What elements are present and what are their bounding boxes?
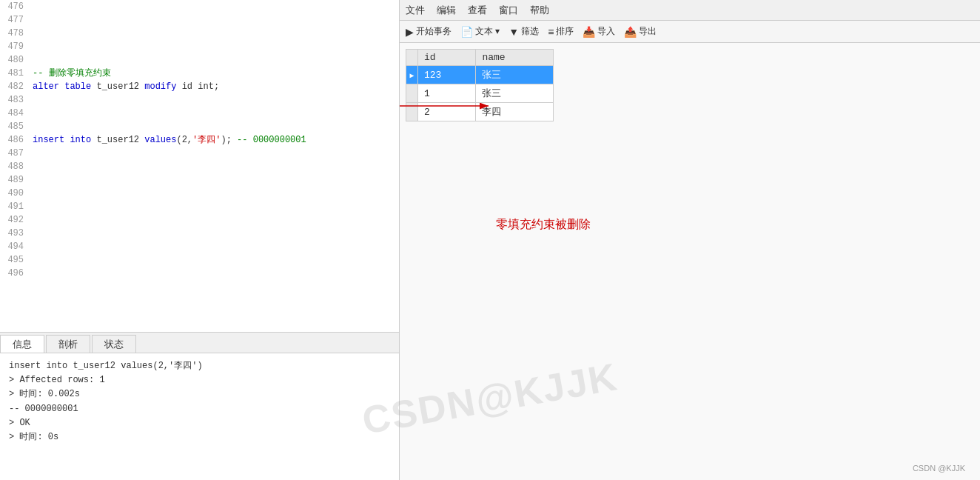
menu-item-帮助[interactable]: 帮助	[530, 4, 549, 17]
menu-item-编辑[interactable]: 编辑	[437, 4, 456, 17]
cell-id: 123	[418, 66, 476, 84]
code-line: 486insert into t_user12 values(2,'李四'); …	[0, 133, 399, 147]
menu-item-查看[interactable]: 查看	[468, 4, 487, 17]
toolbar-icon-3: ≡	[548, 26, 554, 38]
main-container: 476477478479480481-- 删除零填充约束482alter tab…	[0, 0, 980, 480]
line-number: 476	[0, 0, 30, 13]
line-number: 485	[0, 120, 30, 133]
code-area[interactable]: 476477478479480481-- 删除零填充约束482alter tab…	[0, 0, 399, 332]
menu-bar: 文件编辑查看窗口帮助	[400, 0, 980, 21]
row-indicator: ▶	[406, 66, 418, 84]
line-number: 484	[0, 107, 30, 120]
col-header-id: id	[418, 50, 476, 66]
line-number: 493	[0, 227, 30, 240]
toolbar-btn-4[interactable]: 📥导入	[583, 25, 615, 38]
code-line: 485	[0, 120, 399, 133]
menu-item-文件[interactable]: 文件	[406, 4, 425, 17]
table-row[interactable]: ▶123张三	[406, 66, 554, 84]
line-number: 479	[0, 40, 30, 53]
code-line: 481-- 删除零填充约束	[0, 67, 399, 80]
toolbar-btn-1[interactable]: 📄文本 ▾	[460, 25, 500, 38]
info-line: > 时间: 0s	[9, 430, 390, 444]
code-line: 495	[0, 253, 399, 267]
tab-信息[interactable]: 信息	[0, 335, 44, 353]
string: '李四'	[192, 135, 221, 145]
annotation-text: 零填充约束被删除	[496, 217, 591, 233]
watermark-small: CSDN @KJJK	[913, 464, 965, 473]
line-number: 480	[0, 53, 30, 67]
toolbar-icon-5: 📤	[624, 26, 637, 38]
menu-item-窗口[interactable]: 窗口	[499, 4, 518, 17]
toolbar-icon-4: 📥	[583, 26, 595, 38]
toolbar-label-4: 导入	[597, 25, 615, 38]
toolbar-label-3: 排序	[556, 25, 574, 38]
toolbar-label-1: 文本 ▾	[475, 25, 500, 38]
line-content: insert into t_user12 values(2,'李四'); -- …	[30, 133, 399, 147]
line-number: 483	[0, 93, 30, 107]
cell-name: 张三	[476, 84, 554, 103]
line-number: 488	[0, 160, 30, 173]
line-number: 494	[0, 240, 30, 253]
toolbar-icon-0: ▶	[406, 26, 414, 38]
code-line: 489	[0, 173, 399, 187]
line-number: 489	[0, 173, 30, 187]
left-panel: 476477478479480481-- 删除零填充约束482alter tab…	[0, 0, 400, 480]
col-header-name: name	[476, 50, 554, 66]
code-line: 482alter table t_user12 modify id int;	[0, 80, 399, 93]
toolbar-btn-3[interactable]: ≡排序	[548, 25, 574, 38]
code-line: 491	[0, 200, 399, 213]
tabs-bar: 信息剖析状态	[0, 333, 399, 353]
code-line: 493	[0, 227, 399, 240]
comment-text: -- 删除零填充约束	[33, 68, 111, 79]
line-number: 487	[0, 147, 30, 160]
code-line: 496	[0, 267, 399, 280]
toolbar-btn-5[interactable]: 📤导出	[624, 25, 657, 38]
line-number: 486	[0, 133, 30, 147]
info-line: > 时间: 0.002s	[9, 387, 390, 401]
code-line: 480	[0, 53, 399, 67]
code-line: 478	[0, 27, 399, 40]
info-line: insert into t_user12 values(2,'李四')	[9, 359, 390, 373]
toolbar-btn-2[interactable]: ▼筛选	[509, 25, 539, 38]
toolbar-icon-2: ▼	[509, 26, 519, 38]
keyword: values	[144, 135, 176, 145]
row-indicator	[406, 84, 418, 103]
line-content: alter table t_user12 modify id int;	[30, 80, 399, 93]
cell-name: 李四	[476, 103, 554, 121]
line-number: 482	[0, 80, 30, 93]
line-number: 478	[0, 27, 30, 40]
line-number: 492	[0, 213, 30, 227]
code-line: 488	[0, 160, 399, 173]
line-number: 491	[0, 200, 30, 213]
line-number: 496	[0, 267, 30, 280]
toolbar-btn-0[interactable]: ▶开始事务	[406, 25, 452, 38]
code-line: 483	[0, 93, 399, 107]
tab-剖析[interactable]: 剖析	[46, 335, 90, 353]
toolbar: ▶开始事务📄文本 ▾▼筛选≡排序📥导入📤导出	[400, 21, 980, 43]
line-number: 495	[0, 253, 30, 267]
info-line: -- 0000000001	[9, 402, 390, 416]
code-line: 487	[0, 147, 399, 160]
code-line: 484	[0, 107, 399, 120]
code-line: 477	[0, 13, 399, 27]
line-number: 477	[0, 13, 30, 27]
table-row[interactable]: 1张三	[406, 84, 554, 103]
code-line: 492	[0, 213, 399, 227]
cell-id: 1	[418, 84, 476, 103]
toolbar-label-0: 开始事务	[416, 25, 452, 38]
info-line: > OK	[9, 416, 390, 430]
line-content: -- 删除零填充约束	[30, 67, 399, 80]
keyword: alter	[33, 81, 59, 92]
line-number: 481	[0, 67, 30, 80]
bottom-panel: 信息剖析状态 insert into t_user12 values(2,'李四…	[0, 332, 399, 480]
keyword: into	[70, 135, 91, 145]
inline-comment: -- 0000000001	[237, 135, 306, 145]
right-panel: 文件编辑查看窗口帮助 ▶开始事务📄文本 ▾▼筛选≡排序📥导入📤导出 idname…	[400, 0, 980, 480]
cell-name: 张三	[476, 66, 554, 84]
row-arrow: ▶	[409, 72, 414, 80]
info-line: > Affected rows: 1	[9, 373, 390, 387]
code-line: 494	[0, 240, 399, 253]
data-table: idname▶123张三1张三2李四	[406, 49, 554, 121]
table-row[interactable]: 2李四	[406, 103, 554, 121]
tab-状态[interactable]: 状态	[92, 335, 136, 353]
